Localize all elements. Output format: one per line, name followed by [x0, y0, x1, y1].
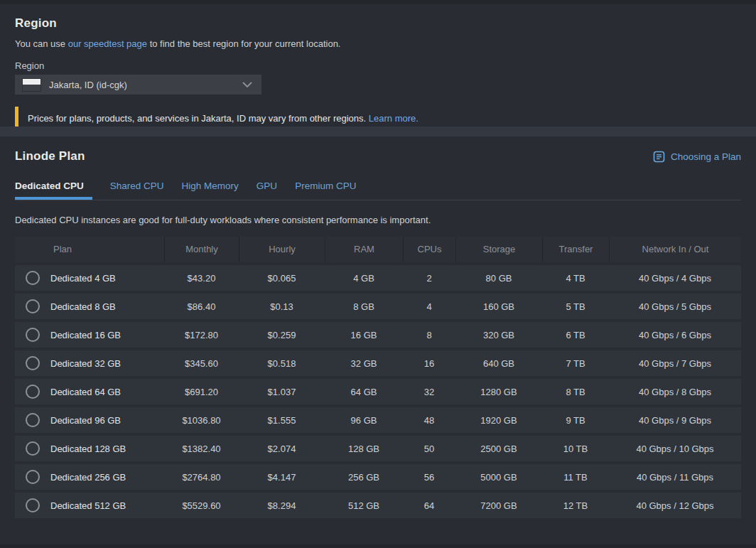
cell-storage: 7200 GB — [455, 500, 542, 511]
col-header-hourly: Hourly — [239, 237, 325, 262]
cell-hourly: $0.259 — [239, 330, 325, 340]
region-title: Region — [15, 4, 741, 31]
cell-ram: 4 GB — [325, 273, 403, 284]
col-header-network: Network In / Out — [609, 237, 741, 262]
cell-plan: Dedicated 64 GB — [50, 387, 164, 397]
cell-hourly: $0.065 — [239, 273, 325, 284]
cell-ram: 32 GB — [325, 358, 403, 369]
plan-radio[interactable] — [26, 328, 40, 342]
helper-suffix: to find the best region for your current… — [150, 38, 341, 49]
tab-gpu[interactable]: GPU — [256, 181, 277, 200]
table-row[interactable]: Dedicated 96 GB $1036.80 $1.555 96 GB 48… — [15, 407, 741, 433]
helper-prefix: You can use — [15, 38, 65, 49]
col-header-ram: RAM — [325, 237, 403, 262]
cell-cpus: 32 — [403, 387, 455, 397]
cell-hourly: $0.13 — [239, 301, 325, 312]
col-header-storage: Storage — [455, 237, 542, 262]
cell-storage: 5000 GB — [455, 472, 542, 483]
plan-radio[interactable] — [26, 299, 40, 313]
plan-radio[interactable] — [26, 356, 40, 370]
cell-monthly: $86.40 — [164, 301, 239, 312]
plan-radio[interactable] — [26, 385, 40, 399]
cell-transfer: 7 TB — [542, 358, 609, 369]
cell-network: 40 Gbps / 11 Gbps — [609, 472, 741, 483]
plan-title: Linode Plan — [15, 149, 85, 164]
cell-cpus: 50 — [403, 444, 455, 454]
tab-premium-cpu[interactable]: Premium CPU — [295, 181, 356, 200]
table-row[interactable]: Dedicated 4 GB $43.20 $0.065 4 GB 2 80 G… — [15, 265, 741, 291]
cell-plan: Dedicated 512 GB — [50, 500, 164, 511]
cell-monthly: $345.60 — [164, 358, 239, 369]
cell-monthly: $1382.40 — [164, 444, 239, 454]
cell-network: 40 Gbps / 5 Gbps — [609, 301, 741, 312]
cell-ram: 16 GB — [325, 330, 403, 340]
cell-hourly: $0.518 — [239, 358, 325, 369]
cell-monthly: $691.20 — [164, 387, 239, 397]
plan-description: Dedicated CPU instances are good for ful… — [15, 215, 741, 225]
cell-storage: 160 GB — [455, 301, 542, 312]
linode-plan-section: Linode Plan Choosing a Plan Dedicated CP… — [0, 136, 756, 544]
chevron-down-icon — [242, 82, 252, 87]
col-header-monthly: Monthly — [164, 237, 239, 262]
cell-network: 40 Gbps / 6 Gbps — [609, 330, 741, 340]
plan-table: Plan Monthly Hourly RAM CPUs Storage Tra… — [15, 237, 741, 518]
cell-cpus: 56 — [403, 472, 455, 483]
cell-network: 40 Gbps / 12 Gbps — [609, 500, 741, 511]
table-row[interactable]: Dedicated 512 GB $5529.60 $8.294 512 GB … — [15, 493, 741, 518]
cell-monthly: $1036.80 — [164, 415, 239, 426]
section-divider — [0, 127, 756, 136]
cell-network: 40 Gbps / 9 Gbps — [609, 415, 741, 426]
table-row[interactable]: Dedicated 256 GB $2764.80 $4.147 256 GB … — [15, 464, 741, 490]
cell-storage: 80 GB — [455, 273, 542, 284]
cell-storage: 320 GB — [455, 330, 542, 340]
plan-tabs: Dedicated CPU Shared CPU High Memory GPU… — [15, 181, 741, 200]
cell-cpus: 64 — [403, 500, 455, 511]
cell-monthly: $172.80 — [164, 330, 239, 340]
table-row[interactable]: Dedicated 128 GB $1382.40 $2.074 128 GB … — [15, 436, 741, 461]
cell-transfer: 12 TB — [542, 500, 609, 511]
cell-plan: Dedicated 96 GB — [50, 415, 164, 426]
plan-radio[interactable] — [26, 441, 40, 456]
tab-high-memory[interactable]: High Memory — [182, 181, 239, 200]
cell-ram: 8 GB — [325, 301, 403, 312]
plan-radio[interactable] — [26, 498, 40, 512]
cell-plan: Dedicated 128 GB — [50, 444, 164, 454]
cell-transfer: 9 TB — [542, 415, 609, 426]
cell-network: 40 Gbps / 8 Gbps — [609, 387, 741, 397]
tab-shared-cpu[interactable]: Shared CPU — [110, 181, 164, 200]
col-header-cpus: CPUs — [403, 237, 455, 262]
region-helper-text: You can use our speedtest page to find t… — [15, 38, 741, 50]
table-row[interactable]: Dedicated 8 GB $86.40 $0.13 8 GB 4 160 G… — [15, 294, 741, 319]
table-row[interactable]: Dedicated 16 GB $172.80 $0.259 16 GB 8 3… — [15, 322, 741, 348]
plan-radio[interactable] — [26, 413, 40, 427]
cell-hourly: $1.555 — [239, 415, 325, 426]
region-select[interactable]: Jakarta, ID (id-cgk) — [15, 75, 261, 95]
cell-storage: 640 GB — [455, 358, 542, 369]
table-header: Plan Monthly Hourly RAM CPUs Storage Tra… — [15, 237, 741, 262]
table-row[interactable]: Dedicated 64 GB $691.20 $1.037 64 GB 32 … — [15, 379, 741, 404]
tab-dedicated-cpu[interactable]: Dedicated CPU — [15, 181, 92, 200]
speedtest-link[interactable]: our speedtest page — [68, 38, 147, 49]
notice-text: Prices for plans, products, and services… — [28, 112, 366, 124]
cell-cpus: 8 — [403, 330, 455, 340]
plan-header: Linode Plan Choosing a Plan — [15, 136, 741, 164]
cell-monthly: $43.20 — [164, 273, 239, 284]
table-row[interactable]: Dedicated 32 GB $345.60 $0.518 32 GB 16 … — [15, 350, 741, 376]
plan-radio[interactable] — [26, 271, 40, 285]
cell-hourly: $4.147 — [239, 472, 325, 483]
cell-cpus: 2 — [403, 273, 455, 284]
learn-more-link[interactable]: Learn more. — [369, 112, 418, 124]
cell-hourly: $8.294 — [239, 500, 325, 511]
choosing-a-plan-link[interactable]: Choosing a Plan — [653, 151, 741, 163]
cell-monthly: $2764.80 — [164, 472, 239, 483]
cell-transfer: 11 TB — [542, 472, 609, 483]
cell-plan: Dedicated 8 GB — [50, 301, 164, 312]
col-header-transfer: Transfer — [542, 237, 609, 262]
cell-hourly: $2.074 — [239, 444, 325, 454]
plan-radio[interactable] — [26, 470, 40, 484]
cell-plan: Dedicated 32 GB — [50, 358, 164, 369]
cell-cpus: 4 — [403, 301, 455, 312]
cell-transfer: 5 TB — [542, 301, 609, 312]
cell-cpus: 48 — [403, 415, 455, 426]
bottom-page-edge — [0, 544, 756, 548]
